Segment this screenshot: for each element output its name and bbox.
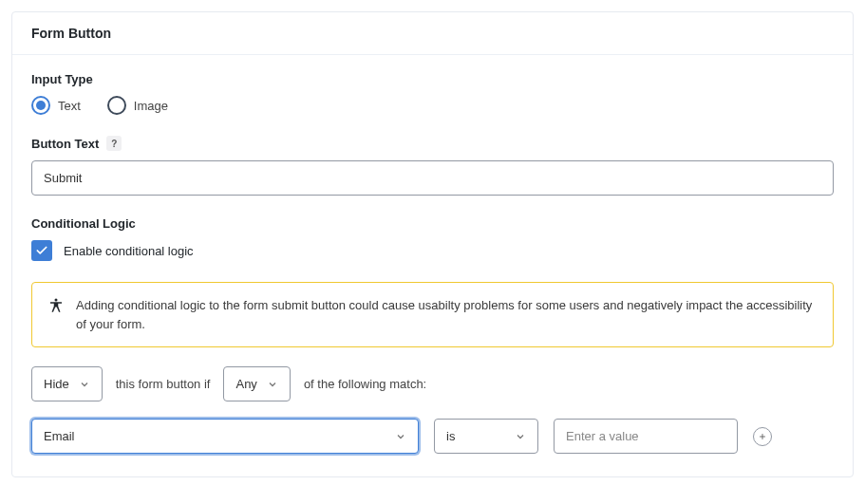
check-icon (35, 244, 48, 257)
panel-header: Form Button (12, 12, 853, 55)
radio-text-label: Text (58, 99, 81, 113)
chevron-down-icon (515, 431, 526, 442)
button-text-label-row: Button Text ? (31, 136, 834, 151)
chevron-down-icon (79, 379, 90, 390)
input-type-label: Input Type (31, 72, 834, 86)
button-text-input[interactable] (31, 160, 834, 196)
form-button-panel: Form Button Input Type Text Image Button… (11, 11, 854, 477)
panel-body: Input Type Text Image Button Text ? Cond… (12, 55, 853, 476)
radio-image-circle (107, 96, 126, 115)
value-input[interactable] (554, 419, 738, 454)
action-select[interactable]: Hide (31, 366, 103, 401)
radio-text-circle (31, 96, 50, 115)
operator-select[interactable]: is (434, 419, 538, 454)
match-select[interactable]: Any (223, 366, 290, 401)
enable-conditional-label: Enable conditional logic (64, 244, 194, 258)
radio-text[interactable]: Text (31, 96, 81, 115)
operator-select-value: is (446, 429, 455, 443)
button-text-label: Button Text (31, 137, 99, 151)
condition-row: Email is (31, 419, 834, 454)
field-select[interactable]: Email (31, 419, 419, 454)
add-rule-button[interactable] (753, 427, 772, 446)
accessibility-icon (47, 297, 65, 314)
help-icon[interactable]: ? (106, 136, 122, 151)
input-type-group: Text Image (31, 96, 834, 115)
action-select-value: Hide (44, 377, 69, 391)
warning-box: Adding conditional logic to the form sub… (31, 282, 834, 347)
logic-sentence-row: Hide this form button if Any of the foll… (31, 366, 834, 401)
field-select-value: Email (44, 429, 75, 443)
enable-conditional-checkbox[interactable] (31, 240, 52, 261)
logic-text-1: this form button if (116, 377, 211, 391)
plus-icon (758, 432, 767, 441)
svg-point-0 (55, 299, 58, 302)
warning-text: Adding conditional logic to the form sub… (76, 296, 818, 333)
enable-conditional-row: Enable conditional logic (31, 240, 834, 261)
logic-text-2: of the following match: (304, 377, 426, 391)
match-select-value: Any (235, 377, 256, 391)
conditional-logic-label: Conditional Logic (31, 216, 834, 231)
radio-image-label: Image (134, 99, 168, 113)
chevron-down-icon (395, 431, 406, 442)
radio-image[interactable]: Image (107, 96, 168, 115)
chevron-down-icon (267, 379, 278, 390)
